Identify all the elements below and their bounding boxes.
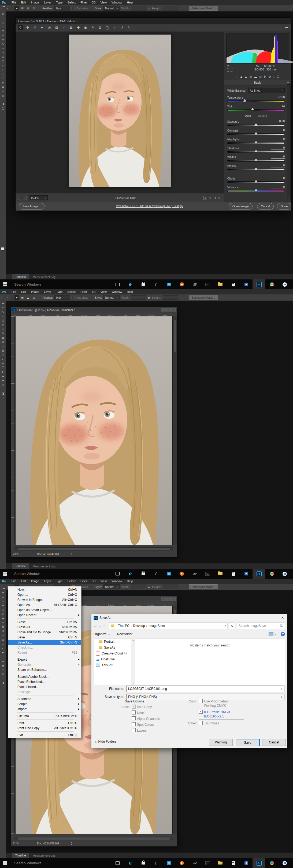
history-brush-tool[interactable]: ↺	[1, 51, 5, 54]
before-after-icon[interactable]: ⇅	[209, 196, 211, 199]
panel-menu-icon[interactable]: ≡	[287, 81, 289, 84]
shape-tool[interactable]: ■	[1, 664, 5, 667]
breadcrumb-this-pc[interactable]: This PC	[118, 624, 129, 628]
close-button[interactable]: ✕	[171, 597, 176, 601]
dodge-tool[interactable]: ◐	[1, 68, 5, 71]
layers-checkbox[interactable]	[131, 728, 136, 732]
straighten-tool-icon[interactable]: ∕	[62, 26, 66, 29]
menu-item[interactable]: View	[98, 289, 109, 294]
file-menu-item[interactable]: Save As... Shift+Ctrl+S	[8, 640, 81, 645]
gradient-tool[interactable]: ▤	[1, 60, 5, 63]
hide-folders-button[interactable]: ∧Hide Folders	[95, 740, 117, 743]
file-menu-item[interactable]	[8, 694, 81, 696]
dodge-tool[interactable]: ◐	[1, 647, 5, 650]
as-copy-checkbox[interactable]: ✓	[131, 705, 136, 709]
brush-tool[interactable]: ✎	[1, 42, 5, 45]
file-menu-item[interactable]: Open as Smart Object...	[8, 607, 81, 613]
edit-toolbar[interactable]: ···	[1, 677, 5, 680]
screen-mode[interactable]: ▢	[1, 686, 5, 688]
slider-thumb[interactable]	[251, 108, 254, 111]
zoom-level-input[interactable]: 25%	[11, 551, 27, 557]
file-menu-item[interactable]: File Info... Alt+Shift+Ctrl+I	[8, 713, 81, 718]
quick-mask-mode[interactable]: ◨	[1, 681, 5, 684]
quick-selection-tool[interactable]: ✦	[1, 604, 5, 607]
slider-thumb[interactable]	[255, 189, 258, 191]
slider-thumb[interactable]	[255, 158, 258, 161]
healing-brush-tool[interactable]: ✚	[1, 38, 5, 41]
clone-stamp-tool[interactable]: ◘	[1, 336, 5, 339]
gradient-tool[interactable]: ▤	[1, 349, 5, 352]
eyedropper-tool[interactable]: ✐	[1, 323, 5, 326]
warning-button[interactable]: Warning	[209, 739, 233, 746]
default-link[interactable]: Default	[258, 114, 267, 117]
file-menu-item[interactable]: Close All Alt+Ctrl+W	[8, 624, 81, 629]
tab-timeline[interactable]: Timeline	[12, 853, 29, 858]
select-and-mask-button[interactable]: Select and Mask...	[189, 584, 218, 589]
horizontal-scrollbar[interactable]	[14, 837, 173, 840]
transform-tool-icon[interactable]: ▦	[69, 26, 73, 29]
back-icon[interactable]: ←	[93, 624, 97, 628]
move-tool[interactable]: ✥	[1, 591, 5, 594]
swap-dimensions-icon[interactable]: ⇄	[148, 7, 150, 10]
type-tool[interactable]: T	[1, 366, 5, 369]
slider-thumb[interactable]	[243, 99, 246, 101]
clone-stamp-tool[interactable]: ◘	[1, 625, 5, 628]
rotate-left-icon[interactable]: ↺	[120, 26, 124, 29]
minimize-button[interactable]: –	[161, 597, 166, 601]
edit-toolbar[interactable]: ···	[1, 388, 5, 391]
pen-tool[interactable]: ✒	[1, 651, 5, 654]
screen-mode[interactable]: ▢	[1, 107, 5, 110]
slider-value[interactable]: 5100	[271, 95, 285, 99]
file-menu-item[interactable]: Package...	[8, 689, 81, 694]
file-menu-item[interactable]: Check In...	[8, 645, 81, 650]
search-windows-input[interactable]: Search Windows	[14, 572, 41, 576]
hand-tool[interactable]: ✣	[1, 379, 5, 382]
menu-item[interactable]: Filter	[78, 0, 89, 5]
menu-item[interactable]: Image	[28, 0, 41, 5]
intersect-selection-button[interactable]: ◫	[32, 296, 36, 300]
subtract-selection-button[interactable]: ⬓	[26, 6, 30, 10]
file-menu-item[interactable]	[8, 672, 81, 674]
file-menu-item[interactable]: Close and Go to Bridge... Shift+Ctrl+W	[8, 629, 81, 635]
windows-start-icon[interactable]	[3, 861, 7, 865]
slider-thumb[interactable]	[255, 180, 258, 182]
alpha-channels-checkbox[interactable]	[131, 716, 136, 720]
tab-timeline[interactable]: Timeline	[12, 274, 29, 280]
organize-button[interactable]: Organize	[93, 632, 107, 636]
breadcrumb-imagesave[interactable]: ImageSave	[148, 624, 165, 628]
width-input[interactable]	[131, 295, 146, 300]
style-select[interactable]: Normal∨	[104, 584, 120, 589]
presets-tab-icon[interactable]: ≡	[273, 75, 275, 78]
tab-measurement-log[interactable]: Measurement Log	[29, 275, 59, 279]
slider-value[interactable]: 0	[271, 176, 285, 180]
tab-measurement-log[interactable]: Measurement Log	[29, 565, 59, 568]
zoom-tool-icon[interactable]: ⚲	[18, 26, 23, 29]
sidebar-item-onedrive[interactable]: ☁ OneDrive	[94, 656, 131, 662]
style-select[interactable]: Normal∨	[104, 6, 120, 11]
intersect-selection-button[interactable]: ◫	[32, 6, 36, 10]
menu-item[interactable]: Type	[54, 289, 65, 294]
menu-item[interactable]: View	[98, 579, 109, 584]
swap-settings-icon[interactable]: ◨	[213, 196, 216, 199]
swap-dimensions-icon[interactable]: ⇄	[148, 296, 150, 299]
feather-input[interactable]: 0 px	[54, 6, 70, 10]
crop-tool-icon[interactable]: ⊡	[54, 26, 59, 29]
clone-stamp-tool[interactable]: ◘	[1, 47, 5, 50]
cancel-button[interactable]: Cancel	[257, 203, 274, 210]
hand-tool[interactable]: ✣	[1, 90, 5, 93]
menu-item[interactable]: Layer	[41, 289, 54, 294]
menu-item[interactable]: Layer	[41, 579, 54, 584]
vertical-scrollbar[interactable]: ▴▾	[173, 316, 177, 545]
slider-value[interactable]: 0	[271, 137, 285, 141]
marquee-tool[interactable]: ▭	[1, 17, 5, 20]
basic-tab-icon[interactable]: ◑	[236, 75, 237, 78]
eyedropper-tool[interactable]: ✐	[1, 34, 5, 37]
graduated-filter-tool-icon[interactable]: ▤	[98, 26, 102, 29]
type-tool[interactable]: T	[1, 77, 5, 80]
history-dropdown-icon[interactable]: ∨	[103, 625, 105, 627]
crop-tool[interactable]: ⊡	[1, 30, 5, 33]
menu-item[interactable]: File	[9, 0, 19, 5]
file-menu-item[interactable]: Share on Behance...	[8, 667, 81, 672]
file-menu-item[interactable]: New... Ctrl+N	[8, 587, 81, 592]
panel-scrollbar[interactable]: ▴▾	[287, 84, 291, 200]
